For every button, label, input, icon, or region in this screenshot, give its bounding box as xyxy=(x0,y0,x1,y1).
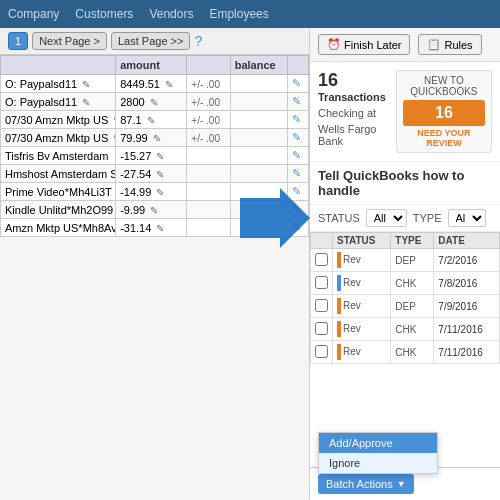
next-page-button[interactable]: Next Page > xyxy=(32,32,107,50)
batch-actions-button[interactable]: Batch Actions ▼ xyxy=(318,474,414,494)
table-row: Rev DEP 7/9/2016 xyxy=(311,295,500,318)
row-status: Rev xyxy=(333,295,391,318)
right-transactions-table: STATUS TYPE DATE Rev DEP 7/2/2016 Rev CH… xyxy=(310,232,500,364)
row-status: Rev xyxy=(333,341,391,364)
finish-later-icon: ⏰ xyxy=(327,38,341,51)
row-adj[interactable]: +/- .00 xyxy=(187,75,230,93)
row-balance xyxy=(230,201,288,219)
help-icon[interactable]: ? xyxy=(194,33,202,49)
nav-vendors[interactable]: Vendors xyxy=(149,7,193,21)
transactions-label: Transactions xyxy=(318,91,386,103)
row-action[interactable]: ✎ xyxy=(288,219,309,237)
row-checkbox[interactable] xyxy=(311,249,333,272)
row-checkbox[interactable] xyxy=(311,272,333,295)
table-row: O: Paypalsd11 ✎ 8449.51 ✎ +/- .00 ✎ xyxy=(1,75,309,93)
col-balance[interactable]: balance xyxy=(230,56,288,75)
col-type: TYPE xyxy=(391,233,434,249)
row-amount: -15.27 ✎ xyxy=(116,147,187,165)
row-action[interactable]: ✎ xyxy=(288,75,309,93)
rules-button[interactable]: 📋 Rules xyxy=(418,34,481,55)
table-row: Rev DEP 7/2/2016 xyxy=(311,249,500,272)
row-checkbox[interactable] xyxy=(311,341,333,364)
row-date: 7/9/2016 xyxy=(434,295,500,318)
amount-edit-icon[interactable]: ✎ xyxy=(150,205,158,216)
row-checkbox[interactable] xyxy=(311,295,333,318)
nav-employees[interactable]: Employees xyxy=(209,7,268,21)
row-amount: -27.54 ✎ xyxy=(116,165,187,183)
row-amount: 8449.51 ✎ xyxy=(116,75,187,93)
row-action[interactable]: ✎ xyxy=(288,165,309,183)
row-amount: 2800 ✎ xyxy=(116,93,187,111)
row-name: O: Paypalsd11 ✎ xyxy=(1,75,116,93)
row-date: 7/11/2016 xyxy=(434,318,500,341)
status-filter-select[interactable]: All xyxy=(366,209,407,227)
transactions-count: 16 xyxy=(318,70,386,91)
nav-customers[interactable]: Customers xyxy=(75,7,133,21)
table-row: Rev CHK 7/11/2016 xyxy=(311,341,500,364)
row-balance xyxy=(230,93,288,111)
amount-edit-icon[interactable]: ✎ xyxy=(165,79,173,90)
row-adj[interactable] xyxy=(187,219,230,237)
table-row: 07/30 Amzn Mktp US ✎ 87.1 ✎ +/- .00 ✎ xyxy=(1,111,309,129)
row-name: Prime Video*Mh4Li3T ✎ xyxy=(1,183,116,201)
new-to-qb-panel: NEW TO QUICKBOOKS 16 NEED YOUR REVIEW xyxy=(396,70,492,153)
edit-icon[interactable]: ✎ xyxy=(82,97,90,108)
table-row: Kindle Unlitd*Mh2O99 ✎ -9.99 ✎ ✎ xyxy=(1,201,309,219)
finish-later-button[interactable]: ⏰ Finish Later xyxy=(318,34,410,55)
dropdown-arrow-icon: ▼ xyxy=(397,479,406,489)
amount-edit-icon[interactable]: ✎ xyxy=(156,223,164,234)
bank-label: Wells Fargo Bank xyxy=(318,123,386,147)
row-name: O: Paypalsd11 ✎ xyxy=(1,93,116,111)
amount-edit-icon[interactable]: ✎ xyxy=(156,187,164,198)
col-name xyxy=(1,56,116,75)
row-name: 07/30 Amzn Mktp US ✎ xyxy=(1,111,116,129)
row-adj[interactable] xyxy=(187,183,230,201)
col-adj xyxy=(187,56,230,75)
row-type: CHK xyxy=(391,318,434,341)
table-row: Rev CHK 7/8/2016 xyxy=(311,272,500,295)
table-row: Hmshost Amsterdam S ✎ -27.54 ✎ ✎ xyxy=(1,165,309,183)
row-balance xyxy=(230,147,288,165)
amount-edit-icon[interactable]: ✎ xyxy=(150,97,158,108)
row-action[interactable]: ✎ xyxy=(288,147,309,165)
row-type: DEP xyxy=(391,295,434,318)
batch-add-approve-item[interactable]: Add/Approve xyxy=(319,433,437,453)
last-page-button[interactable]: Last Page >> xyxy=(111,32,190,50)
left-panel: 1 Next Page > Last Page >> ? amount bala… xyxy=(0,28,310,500)
row-action[interactable]: ✎ xyxy=(288,129,309,147)
batch-ignore-item[interactable]: Ignore xyxy=(319,453,437,473)
table-row: 07/30 Amzn Mktp US ✎ 79.99 ✎ +/- .00 ✎ xyxy=(1,129,309,147)
row-date: 7/11/2016 xyxy=(434,341,500,364)
row-balance xyxy=(230,165,288,183)
edit-icon[interactable]: ✎ xyxy=(82,79,90,90)
amount-edit-icon[interactable]: ✎ xyxy=(156,169,164,180)
row-action[interactable]: ✎ xyxy=(288,183,309,201)
filter-row: STATUS All TYPE Al xyxy=(310,205,500,232)
row-action[interactable]: ✎ xyxy=(288,201,309,219)
amount-edit-icon[interactable]: ✎ xyxy=(153,133,161,144)
row-adj[interactable]: +/- .00 xyxy=(187,93,230,111)
row-action[interactable]: ✎ xyxy=(288,111,309,129)
type-filter-select[interactable]: Al xyxy=(448,209,486,227)
amount-edit-icon[interactable]: ✎ xyxy=(156,151,164,162)
col-amount[interactable]: amount xyxy=(116,56,187,75)
row-action[interactable]: ✎ xyxy=(288,93,309,111)
new-to-qb-count: 16 xyxy=(403,100,485,126)
rules-label: Rules xyxy=(444,39,472,51)
table-row: Rev CHK 7/11/2016 xyxy=(311,318,500,341)
col-date: DATE xyxy=(434,233,500,249)
batch-actions-container: Add/Approve Ignore Batch Actions ▼ xyxy=(318,474,414,494)
row-adj[interactable] xyxy=(187,201,230,219)
row-checkbox[interactable] xyxy=(311,318,333,341)
row-adj[interactable] xyxy=(187,147,230,165)
rules-icon: 📋 xyxy=(427,38,441,51)
row-adj[interactable]: +/- .00 xyxy=(187,129,230,147)
row-status: Rev xyxy=(333,249,391,272)
row-name: Tisfris Bv Amsterdam ✎ xyxy=(1,147,116,165)
nav-company[interactable]: Company xyxy=(8,7,59,21)
row-adj[interactable] xyxy=(187,165,230,183)
qb-handle-text: Tell QuickBooks how to handle xyxy=(310,162,500,205)
row-adj[interactable]: +/- .00 xyxy=(187,111,230,129)
amount-edit-icon[interactable]: ✎ xyxy=(147,115,155,126)
transactions-info: 16 Transactions Checking at Wells Fargo … xyxy=(318,70,386,147)
